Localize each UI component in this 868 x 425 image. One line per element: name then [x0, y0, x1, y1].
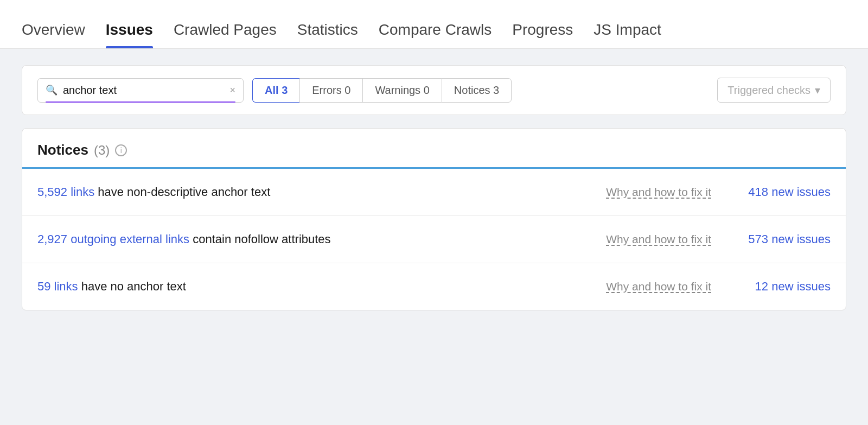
filter-bar: 🔍 anchor text × All 3 Errors 0 Warnings …	[22, 65, 846, 115]
filter-errors-label: Errors	[312, 84, 341, 96]
issue-link-1[interactable]: 5,592 links	[37, 185, 94, 199]
issue-text-1: 5,592 links have non-descriptive anchor …	[37, 185, 582, 199]
filter-all[interactable]: All 3	[252, 78, 299, 103]
filter-warnings-label: Warnings	[375, 84, 420, 96]
issue-rest-3: have no anchor text	[78, 280, 186, 293]
nav-item-overview[interactable]: Overview	[22, 21, 100, 48]
new-issues-3: 12 new issues	[722, 280, 831, 294]
notices-header: Notices (3) i	[22, 129, 846, 167]
filter-notices-count: 3	[493, 84, 499, 96]
new-issues-1: 418 new issues	[722, 185, 831, 199]
nav-bar: Overview Issues Crawled Pages Statistics…	[0, 0, 868, 49]
filter-all-label: All	[265, 84, 279, 96]
issue-link-2[interactable]: 2,927 outgoing external links	[37, 232, 189, 246]
triggered-checks-label: Triggered checks	[727, 84, 810, 97]
triggered-checks-dropdown[interactable]: Triggered checks ▾	[717, 78, 831, 103]
nav-item-crawled-pages[interactable]: Crawled Pages	[174, 21, 292, 48]
main-content: 🔍 anchor text × All 3 Errors 0 Warnings …	[0, 49, 868, 327]
filter-errors-count: 0	[344, 84, 350, 96]
nav-item-progress[interactable]: Progress	[512, 21, 588, 48]
search-clear-button[interactable]: ×	[229, 85, 235, 96]
fix-link-1[interactable]: Why and how to fix it	[606, 186, 711, 199]
issue-rest-2: contain nofollow attributes	[189, 232, 331, 246]
filter-pills: All 3 Errors 0 Warnings 0 Notices 3	[252, 78, 512, 103]
info-icon[interactable]: i	[115, 144, 127, 156]
fix-link-3[interactable]: Why and how to fix it	[606, 280, 711, 293]
filter-notices-label: Notices	[454, 84, 490, 96]
filter-notices[interactable]: Notices 3	[442, 78, 512, 103]
nav-item-compare-crawls[interactable]: Compare Crawls	[379, 21, 507, 48]
chevron-down-icon: ▾	[815, 84, 820, 97]
issue-row: 59 links have no anchor text Why and how…	[22, 263, 846, 310]
nav-item-issues[interactable]: Issues	[106, 21, 168, 48]
notices-title: Notices	[37, 142, 88, 158]
search-value: anchor text	[63, 84, 224, 97]
filter-all-count: 3	[282, 84, 288, 96]
fix-link-2[interactable]: Why and how to fix it	[606, 233, 711, 246]
search-icon: 🔍	[46, 84, 58, 96]
filter-warnings[interactable]: Warnings 0	[362, 78, 441, 103]
notices-count: (3)	[94, 143, 110, 158]
filter-warnings-count: 0	[424, 84, 430, 96]
issue-row: 2,927 outgoing external links contain no…	[22, 216, 846, 263]
issue-text-2: 2,927 outgoing external links contain no…	[37, 232, 582, 246]
issue-rest-1: have non-descriptive anchor text	[94, 185, 270, 199]
notices-section: Notices (3) i 5,592 links have non-descr…	[22, 128, 846, 310]
issue-link-3[interactable]: 59 links	[37, 280, 78, 293]
issue-text-3: 59 links have no anchor text	[37, 280, 582, 294]
new-issues-2: 573 new issues	[722, 232, 831, 246]
issue-row: 5,592 links have non-descriptive anchor …	[22, 169, 846, 216]
nav-item-statistics[interactable]: Statistics	[297, 21, 373, 48]
filter-errors[interactable]: Errors 0	[299, 78, 362, 103]
search-box[interactable]: 🔍 anchor text ×	[37, 78, 244, 103]
nav-item-js-impact[interactable]: JS Impact	[593, 21, 676, 48]
